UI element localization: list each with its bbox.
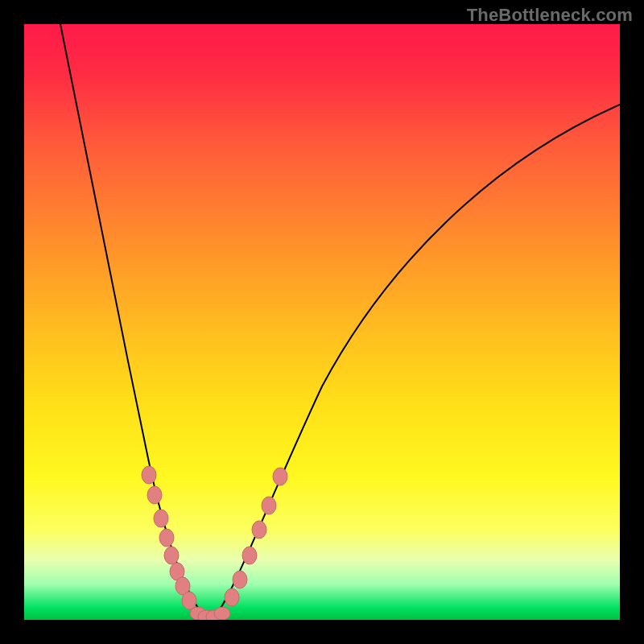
marker-right bbox=[233, 571, 247, 588]
right-curve bbox=[213, 105, 620, 618]
marker-left bbox=[182, 592, 196, 609]
marker-left bbox=[164, 547, 179, 564]
marker-bottom bbox=[214, 607, 230, 620]
plot-area bbox=[24, 24, 620, 620]
marker-left bbox=[159, 529, 174, 547]
chart-frame: TheBottleneck.com bbox=[0, 0, 644, 644]
marker-right bbox=[225, 588, 239, 606]
marker-right bbox=[273, 468, 287, 485]
marker-left bbox=[142, 466, 156, 484]
marker-right bbox=[252, 521, 266, 539]
marker-left bbox=[154, 510, 168, 527]
chart-svg bbox=[24, 24, 620, 620]
marker-right bbox=[262, 497, 276, 514]
marker-right bbox=[242, 547, 257, 564]
left-curve bbox=[60, 24, 205, 618]
watermark-label: TheBottleneck.com bbox=[467, 5, 633, 26]
marker-left bbox=[147, 486, 162, 504]
